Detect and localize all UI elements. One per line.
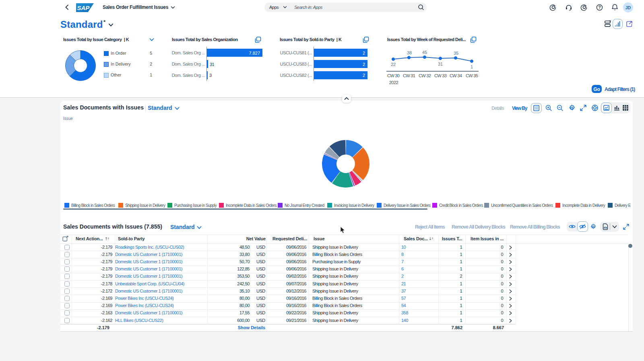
- svg-text:?: ?: [598, 5, 601, 10]
- svg-text:xls: xls: [603, 226, 607, 229]
- svg-text:SAP: SAP: [77, 4, 90, 11]
